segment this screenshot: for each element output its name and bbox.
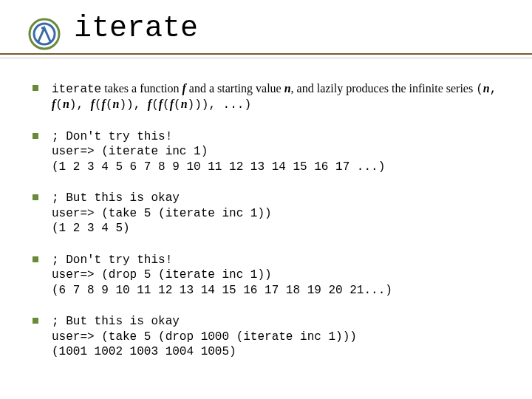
code-line: ; Don't try this! bbox=[52, 130, 172, 143]
code-line: user=> (drop 5 (iterate inc 1)) bbox=[52, 268, 272, 282]
lambda-logo-icon bbox=[28, 18, 61, 50]
paren: ( bbox=[163, 98, 170, 112]
paren: ( bbox=[106, 98, 113, 112]
bullet-icon bbox=[33, 318, 38, 324]
code-line: (1 2 3 4 5) bbox=[52, 222, 130, 235]
intro-text: iterate takes a function f and a startin… bbox=[52, 81, 517, 113]
bullet-icon bbox=[33, 133, 38, 139]
n-var: n bbox=[483, 82, 490, 95]
sep: , bbox=[76, 98, 90, 112]
slide-title: iterate bbox=[74, 12, 198, 45]
n-var: n bbox=[284, 82, 291, 95]
code-line: user=> (iterate inc 1) bbox=[52, 145, 208, 158]
n-var: n bbox=[63, 98, 69, 110]
code-block: ; Don't try this! user=> (iterate inc 1)… bbox=[52, 129, 517, 174]
code-line: ; But this is okay bbox=[52, 315, 180, 328]
slide-body: iterate takes a function f and a startin… bbox=[33, 81, 517, 376]
slide-header: iterate bbox=[0, 0, 532, 58]
bullet-icon bbox=[33, 194, 38, 200]
sep: , bbox=[490, 83, 497, 96]
code-block: ; Don't try this! user=> (drop 5 (iterat… bbox=[52, 253, 517, 298]
n-var: n bbox=[181, 98, 188, 110]
bullet-code-4: ; But this is okay user=> (take 5 (drop … bbox=[33, 314, 517, 359]
code-line: user=> (take 5 (iterate inc 1)) bbox=[52, 207, 272, 220]
paren: ( bbox=[95, 98, 102, 112]
intro-fragment: takes a function bbox=[101, 82, 182, 95]
code-line: ; Don't try this! bbox=[52, 253, 172, 267]
code-block: ; But this is okay user=> (take 5 (drop … bbox=[52, 314, 517, 359]
code-line: (6 7 8 9 10 11 12 13 14 15 16 17 18 19 2… bbox=[52, 284, 392, 297]
paren: ( bbox=[55, 98, 63, 112]
sep: , ...) bbox=[208, 98, 251, 112]
slide: iterate iterate takes a function f and a… bbox=[0, 0, 532, 399]
paren: ) bbox=[69, 98, 77, 112]
paren: ( bbox=[476, 83, 483, 96]
code-line: (1 2 3 4 5 6 7 8 9 10 11 12 13 14 15 16 … bbox=[52, 160, 385, 174]
intro-fragment: , and lazily produces the infinite serie… bbox=[291, 82, 477, 95]
bullet-icon bbox=[33, 85, 38, 91]
paren: )) bbox=[119, 98, 133, 112]
bullet-code-1: ; Don't try this! user=> (iterate inc 1)… bbox=[33, 129, 517, 174]
paren: ( bbox=[151, 98, 159, 112]
func-name: iterate bbox=[52, 83, 101, 96]
paren: ))) bbox=[188, 98, 209, 112]
bullet-intro: iterate takes a function f and a startin… bbox=[33, 81, 517, 113]
intro-fragment: and a starting value bbox=[186, 82, 284, 95]
bullet-icon bbox=[33, 256, 38, 262]
code-line: user=> (take 5 (drop 1000 (iterate inc 1… bbox=[52, 330, 357, 344]
divider-bottom bbox=[0, 58, 532, 58]
bullet-code-2: ; But this is okay user=> (take 5 (itera… bbox=[33, 191, 517, 236]
code-block: ; But this is okay user=> (take 5 (itera… bbox=[52, 191, 517, 236]
paren: ( bbox=[174, 98, 181, 112]
code-line: ; But this is okay bbox=[52, 191, 180, 205]
bullet-code-3: ; Don't try this! user=> (drop 5 (iterat… bbox=[33, 253, 517, 298]
sep: , bbox=[134, 98, 148, 112]
code-line: (1001 1002 1003 1004 1005) bbox=[52, 345, 236, 358]
